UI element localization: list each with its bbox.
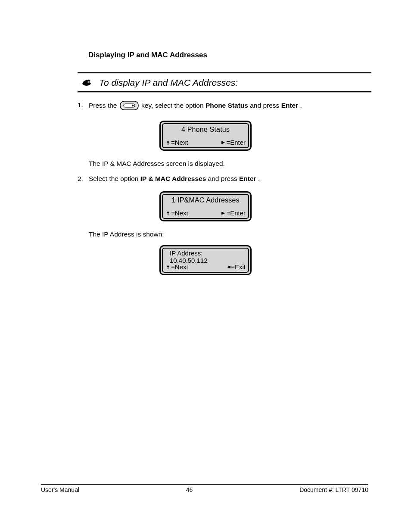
lcd-screen-ipmac: 1 IP&MAC Addresses =Next =Enter (159, 191, 252, 221)
softkey-next: =Next (165, 263, 188, 271)
softkey-next: =Next (165, 209, 188, 217)
softkey-next: =Next (165, 139, 188, 146)
menu-key-icon (120, 101, 139, 113)
section-header: To display IP and MAC Addresses: (78, 72, 371, 93)
softkey-enter: =Enter (221, 209, 246, 217)
left-triangle-icon (226, 263, 230, 271)
svg-rect-5 (221, 212, 222, 215)
down-triangle-icon (165, 139, 171, 146)
footer-left: User's Manual (41, 486, 79, 493)
section-title: To display IP and MAC Addresses: (99, 78, 238, 88)
softkey-enter: =Enter (221, 139, 246, 146)
svg-point-0 (87, 81, 90, 83)
footer-right: Document #: LTRT-09710 (299, 486, 368, 493)
lcd-title: 4 Phone Status (163, 124, 248, 134)
down-triangle-icon (165, 209, 171, 217)
right-triangle-icon (221, 209, 226, 217)
down-triangle-icon (165, 263, 171, 271)
lcd-screen-phone-status: 4 Phone Status =Next =Enter (159, 121, 252, 151)
softkey-exit: =Exit (226, 263, 246, 271)
phone-doodle-icon (81, 78, 95, 88)
lcd-screen-ip-address: IP Address: 10.40.50.112 =Next =Exit (159, 245, 252, 275)
step-2: 2. Select the option IP & MAC Addresses … (78, 174, 368, 184)
intertext-2: The IP Address is shown: (78, 230, 368, 239)
lcd-line1: IP Address: (163, 249, 248, 257)
page-footer: User's Manual 46 Document #: LTRT-09710 (41, 484, 368, 493)
svg-rect-4 (221, 141, 222, 144)
lcd-title: 1 IP&MAC Addresses (163, 195, 248, 204)
svg-point-3 (132, 105, 134, 106)
footer-center: 46 (186, 486, 193, 493)
right-triangle-icon (221, 139, 226, 146)
step-1: 1. Press the key, select the option Phon… (78, 101, 368, 113)
intertext-1: The IP & MAC Addresses screen is display… (78, 159, 368, 168)
svg-rect-6 (230, 266, 230, 268)
chapter-title: Displaying IP and MAC Addresses (88, 51, 368, 59)
